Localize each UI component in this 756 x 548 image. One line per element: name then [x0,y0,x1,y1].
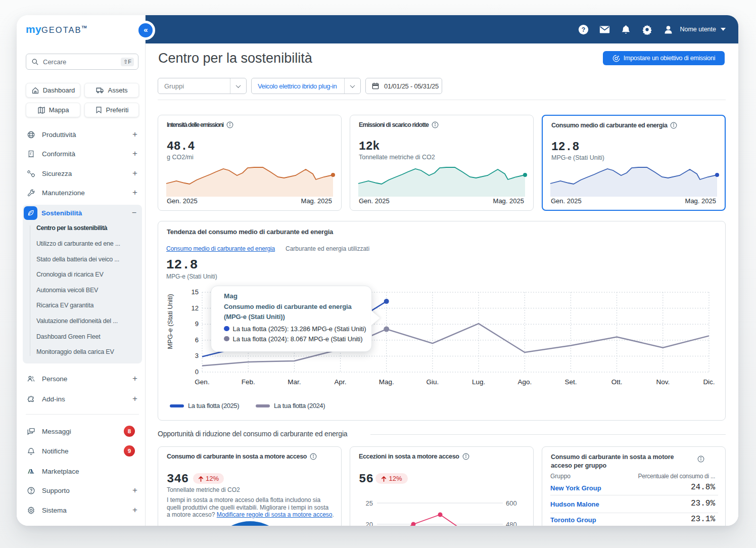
svg-text:600: 600 [506,499,517,507]
svg-text:Set.: Set. [564,378,577,386]
svg-text:3: 3 [195,352,199,359]
svg-text:20: 20 [366,521,373,526]
svg-text:Apr.: Apr. [334,378,346,386]
svg-text:Lug.: Lug. [472,378,485,386]
svg-text:Ott.: Ott. [611,378,623,386]
svg-text:Giu.: Giu. [427,378,439,386]
svg-text:?: ? [582,26,585,33]
svg-text:6: 6 [195,336,199,344]
svg-text:9: 9 [195,320,199,328]
svg-text:Nov.: Nov. [656,378,670,386]
svg-text:Mag.: Mag. [379,378,394,386]
svg-text:25: 25 [366,499,373,507]
svg-text:Mar.: Mar. [288,378,301,386]
svg-text:12: 12 [192,304,199,312]
svg-text:Gen.: Gen. [195,378,209,386]
svg-text:Feb.: Feb. [242,378,255,386]
svg-text:480: 480 [506,521,517,526]
svg-text:Ago.: Ago. [517,378,532,386]
svg-text:0: 0 [195,368,199,376]
svg-text:15: 15 [192,288,199,296]
svg-text:Dic.: Dic. [703,378,715,386]
svg-text:MPG-e (Stati Uniti): MPG-e (Stati Uniti) [166,294,174,349]
